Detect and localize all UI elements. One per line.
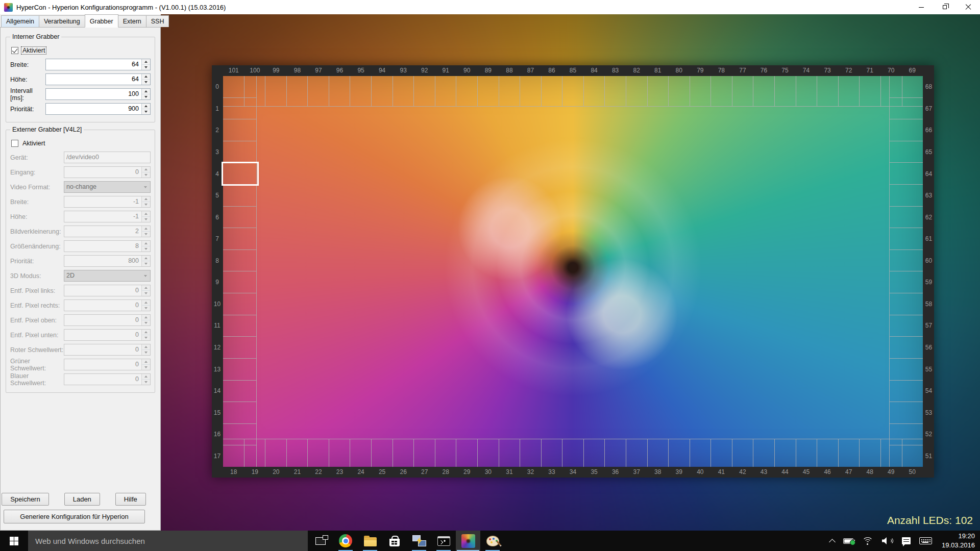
led-number: 14: [212, 380, 223, 402]
generate-config-button[interactable]: Generiere Konfiguration für Hyperion: [4, 510, 145, 523]
h-he-input[interactable]: 64: [45, 73, 151, 85]
led-cell: [732, 439, 754, 467]
taskbar-app-remote-connection[interactable]: [407, 531, 431, 551]
field-label: Bildverkleinerung:: [10, 228, 64, 235]
arrow-up-icon: [144, 346, 148, 348]
spin-up-button: [142, 344, 150, 350]
spin-up-button[interactable]: [142, 104, 150, 109]
led-number: 28: [435, 467, 456, 477]
speichern-button[interactable]: Speichern: [2, 493, 49, 506]
led-number: 100: [244, 66, 266, 76]
priorit-t-input[interactable]: 900: [45, 103, 151, 115]
led-number: 10: [212, 293, 223, 315]
field-label: 3D Modus:: [10, 272, 64, 280]
roter-schwellwert-input: 0: [64, 344, 151, 356]
restore-button[interactable]: [933, 0, 957, 14]
minimize-button[interactable]: [910, 0, 933, 14]
led-cell: [329, 76, 351, 106]
battery-icon[interactable]: [843, 538, 853, 544]
tab-ssh[interactable]: SSH: [146, 15, 169, 27]
remote-connection-icon: [412, 535, 426, 546]
field-row-h-he: Höhe:64: [10, 73, 151, 85]
led-number: 37: [626, 467, 647, 477]
field-value: 100: [46, 89, 141, 99]
spin-down-button[interactable]: [142, 109, 150, 114]
led-cell: [499, 439, 521, 467]
led-cell: [817, 439, 839, 467]
arrow-down-icon: [144, 292, 148, 294]
chevron-up-icon[interactable]: [830, 538, 835, 544]
led-number: 40: [690, 467, 711, 477]
spin-down-button[interactable]: [142, 94, 150, 99]
close-button[interactable]: [957, 0, 980, 14]
led-number: 49: [880, 467, 902, 477]
led-number: 98: [287, 66, 308, 76]
arrow-up-icon: [144, 61, 148, 63]
action-center-icon[interactable]: [902, 537, 911, 544]
tab-verarbeitung[interactable]: Verarbeitung: [39, 15, 85, 27]
external-grabber-group: Externer Grabber [V4L2] Aktiviert Gerät:…: [6, 130, 155, 393]
internal-aktiviert-checkbox[interactable]: [11, 47, 18, 54]
led-number: 54: [923, 380, 934, 402]
hilfe-button[interactable]: Hilfe: [115, 493, 146, 506]
breite-input[interactable]: 64: [45, 59, 151, 70]
led-cell: [350, 76, 372, 106]
led-cell: [890, 228, 923, 250]
taskbar-app-paint[interactable]: [480, 531, 505, 551]
spin-up-button: [142, 241, 150, 246]
spinner-buttons: [141, 359, 150, 370]
laden-button[interactable]: Laden: [64, 493, 100, 506]
touch-keyboard-icon[interactable]: [919, 537, 932, 544]
field-row-intervall-ms: Intervall [ms]:100: [10, 88, 151, 100]
taskbar-app-file-explorer[interactable]: [358, 531, 382, 551]
chevron-down-icon: [141, 182, 150, 192]
led-cell: [308, 439, 329, 467]
led-cell: [456, 439, 478, 467]
ger-t-input: /dev/video0: [64, 152, 151, 163]
led-number: 47: [838, 467, 860, 477]
spin-up-button[interactable]: [142, 74, 150, 80]
tab-allgemein[interactable]: Allgemein: [1, 15, 39, 27]
led-number: 89: [478, 66, 499, 76]
volume-icon[interactable]: [882, 537, 893, 545]
taskbar-app-store[interactable]: [382, 531, 407, 551]
taskbar-app-command-prompt[interactable]: [431, 531, 456, 551]
spin-up-button[interactable]: [142, 89, 150, 94]
external-aktiviert-checkbox[interactable]: [11, 140, 18, 147]
arrow-up-icon: [144, 168, 148, 170]
task-view-button[interactable]: [308, 531, 333, 551]
led-cell: [414, 439, 435, 467]
led-cell: [711, 76, 732, 106]
tab-extern[interactable]: Extern: [118, 15, 146, 27]
taskbar-apps: [333, 531, 505, 551]
spinner-buttons: [141, 226, 150, 237]
wifi-icon[interactable]: [862, 537, 873, 545]
taskbar-clock[interactable]: 19:20 19.03.2016: [941, 532, 975, 550]
led-cell: [890, 402, 923, 424]
led-number: 101: [223, 66, 244, 76]
arrow-down-icon: [144, 81, 148, 83]
window-title: HyperCon - Hyperion Konfigurationsprogra…: [16, 4, 226, 11]
field-label: Breite:: [10, 198, 64, 206]
spin-down-button[interactable]: [142, 65, 150, 70]
led-numbers-left: 01234567891011121314151617: [212, 76, 223, 467]
taskbar-app-hypercon[interactable]: [456, 531, 480, 551]
video-format-input: no-change: [64, 181, 151, 193]
arrow-down-icon: [144, 352, 148, 354]
start-button[interactable]: [0, 531, 28, 551]
spin-up-button[interactable]: [142, 59, 150, 65]
taskbar-app-chrome[interactable]: [333, 531, 358, 551]
led-number: 83: [605, 66, 626, 76]
taskbar-search-box[interactable]: Web und Windows durchsuchen: [28, 531, 308, 551]
arrow-up-icon: [144, 105, 148, 107]
tab-grabber[interactable]: Grabber: [85, 14, 118, 28]
intervall-ms-input[interactable]: 100: [45, 88, 151, 100]
windows-logo-icon: [10, 537, 18, 545]
led-number: 17: [212, 445, 223, 467]
led-cell: [839, 76, 860, 106]
led-cell: [223, 250, 256, 272]
spin-down-button[interactable]: [142, 80, 150, 85]
arrow-down-icon: [144, 275, 147, 277]
spin-up-button: [142, 196, 150, 202]
led-cell: [456, 76, 478, 106]
